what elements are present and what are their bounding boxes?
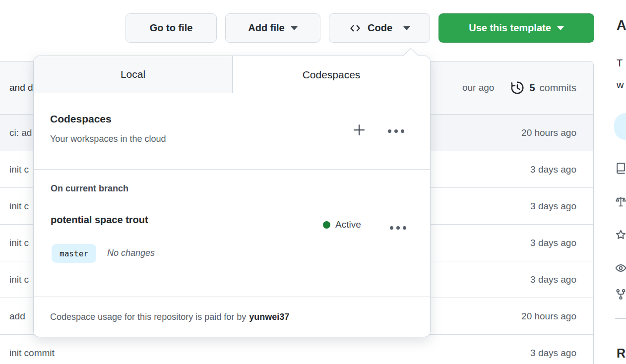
file-row[interactable]: init commit 3 days ago (0, 334, 593, 364)
law-scales-icon[interactable] (615, 195, 626, 208)
sidebar-divider (615, 318, 626, 319)
code-button[interactable]: Code (329, 13, 430, 43)
book-icon[interactable] (615, 162, 626, 175)
tab-local-label: Local (121, 68, 145, 80)
latest-commit-time-fragment: our ago (462, 82, 494, 93)
chevron-down-icon (403, 26, 410, 30)
codespace-options-button[interactable] (389, 219, 407, 237)
about-heading-fragment: A (617, 18, 626, 33)
codespace-name[interactable]: potential space trout (51, 214, 148, 226)
codespaces-options-button[interactable] (387, 122, 405, 140)
tab-codespaces-label: Codespaces (303, 69, 361, 81)
changes-status: No changes (107, 248, 155, 258)
file-commit-time: 20 hours ago (521, 127, 576, 138)
history-icon (510, 80, 525, 95)
commits-label: commits (540, 82, 576, 94)
file-commit-message[interactable]: ci: ad (9, 127, 32, 138)
releases-heading-fragment: R (617, 346, 626, 361)
file-commit-message[interactable]: init c (9, 274, 29, 285)
file-commit-time: 3 days ago (530, 238, 576, 248)
branch-badge: master (52, 244, 96, 263)
dropdown-tabs: Local Codespaces (34, 56, 430, 93)
on-current-branch-label: On current branch (51, 183, 128, 194)
add-file-label: Add file (248, 22, 284, 34)
tab-codespaces[interactable]: Codespaces (233, 56, 430, 93)
file-commit-time: 3 days ago (530, 274, 576, 285)
star-icon[interactable] (615, 229, 626, 241)
topic-pill[interactable] (614, 113, 626, 140)
active-label: Active (335, 219, 361, 230)
file-commit-time: 20 hours ago (521, 311, 576, 322)
usage-text: Codespace usage for this repository is p… (50, 312, 246, 322)
add-file-button[interactable]: Add file (225, 13, 320, 43)
kebab-icon (388, 129, 404, 133)
code-label: Code (368, 22, 392, 34)
file-commit-message[interactable]: add (9, 311, 25, 322)
codespace-usage-footer: Codespace usage for this repository is p… (34, 297, 430, 337)
usage-owner: yunwei37 (249, 312, 289, 322)
kebab-icon (390, 226, 406, 230)
codespaces-title: Codespaces (50, 113, 112, 125)
file-commit-time: 3 days ago (530, 164, 576, 175)
go-to-file-label: Go to file (150, 22, 193, 34)
about-description-fragment: w (617, 79, 624, 91)
file-commit-message[interactable]: init c (9, 238, 29, 248)
file-commit-message[interactable]: init c (9, 164, 29, 175)
commits-count: 5 (529, 82, 535, 94)
codespaces-header-section: Codespaces Your workspaces in the cloud (34, 93, 430, 170)
latest-commit-message-fragment[interactable]: and d (9, 82, 33, 93)
file-commit-time: 3 days ago (530, 201, 576, 212)
code-icon (349, 23, 362, 34)
current-branch-section: On current branch potential space trout … (34, 170, 430, 297)
status-badge: Active (323, 219, 361, 230)
chevron-down-icon (291, 26, 298, 30)
new-codespace-button[interactable] (350, 121, 368, 139)
go-to-file-button[interactable]: Go to file (125, 13, 217, 43)
chevron-down-icon (557, 26, 564, 30)
tab-local[interactable]: Local (34, 56, 233, 93)
codespaces-subtitle: Your workspaces in the cloud (50, 134, 166, 144)
about-description-fragment: T (617, 58, 623, 69)
file-commit-time: 3 days ago (530, 348, 576, 359)
eye-icon[interactable] (615, 262, 626, 274)
file-commit-message[interactable]: init c (9, 201, 29, 212)
use-this-template-label: Use this template (469, 22, 551, 34)
file-commit-message[interactable]: init commit (9, 348, 55, 359)
commits-link[interactable]: 5 commits (529, 82, 576, 94)
active-dot-icon (323, 221, 330, 229)
fork-icon[interactable] (615, 288, 626, 301)
code-dropdown: Local Codespaces Codespaces Your workspa… (33, 56, 431, 337)
use-this-template-button[interactable]: Use this template (438, 13, 594, 43)
